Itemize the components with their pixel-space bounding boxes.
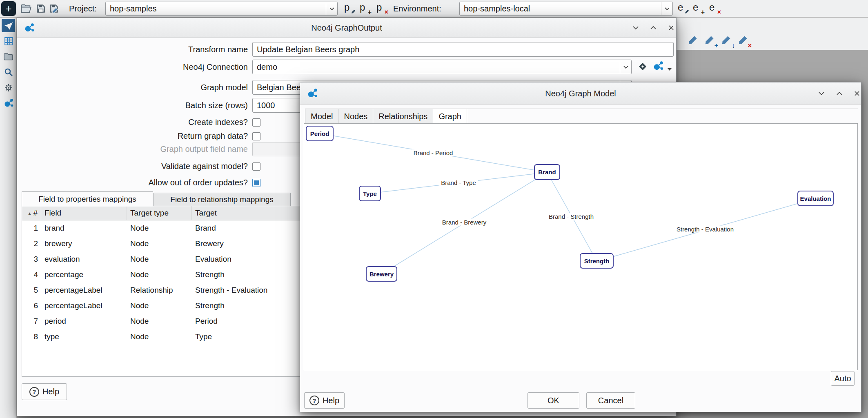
new-file-button[interactable]: + xyxy=(1,1,16,16)
tab-field-properties-mappings[interactable]: Field to properties mappings xyxy=(22,191,153,207)
graph-node-strength[interactable]: Strength xyxy=(580,253,614,269)
graph-node-type[interactable]: Type xyxy=(359,186,381,201)
cancel-button[interactable]: Cancel xyxy=(586,392,635,409)
chevron-down-icon[interactable] xyxy=(661,2,672,15)
maximize-button[interactable] xyxy=(648,22,659,33)
maximize-button[interactable] xyxy=(834,88,845,99)
perspectives-sidebar xyxy=(0,18,17,418)
neo4j-icon xyxy=(3,98,14,109)
table-cell: Node xyxy=(127,329,192,345)
pencil-icon xyxy=(687,35,698,46)
help-button[interactable]: ? Help xyxy=(304,392,345,409)
table-cell: 3 xyxy=(22,251,41,267)
graph-node-brand[interactable]: Brand xyxy=(534,164,560,180)
chevron-down-icon[interactable] xyxy=(620,60,631,74)
environment-edit-button[interactable]: e xyxy=(677,2,689,15)
minimize-button[interactable] xyxy=(816,88,827,99)
plus-icon: + xyxy=(701,9,705,16)
neo4j-graph-model-dialog: Neo4j Graph Model Model Nodes Relationsh… xyxy=(300,82,861,412)
sidebar-item-search[interactable] xyxy=(2,65,15,79)
edge-label-brand-period: Brand - Period xyxy=(412,149,455,156)
auto-layout-button[interactable]: Auto xyxy=(831,371,855,386)
project-edit-button[interactable]: p xyxy=(343,2,355,15)
column-header-target-type[interactable]: Target type xyxy=(127,206,192,220)
column-header-field[interactable]: Field xyxy=(41,206,127,220)
tab-field-relationship-mappings[interactable]: Field to relationship mappings xyxy=(153,193,291,206)
graph-output-field-label: Graph output field name xyxy=(19,142,248,156)
ok-button[interactable]: OK xyxy=(527,392,579,409)
save-icon xyxy=(36,3,46,14)
save-as-button[interactable] xyxy=(49,3,60,14)
edge-label-brand-strength: Brand - Strength xyxy=(547,213,595,220)
create-indexes-checkbox[interactable] xyxy=(252,118,260,127)
connection-combo[interactable]: demo xyxy=(252,60,632,74)
table-cell: Relationship xyxy=(127,282,192,298)
folder-icon xyxy=(3,51,13,62)
graph-canvas[interactable]: Brand - Period Brand - Type Brand - Brew… xyxy=(304,123,858,370)
dialog-title: Neo4j GraphOutput xyxy=(17,18,676,38)
close-button[interactable] xyxy=(851,88,863,99)
tab-model[interactable]: Model xyxy=(305,109,338,124)
sidebar-item-data-orchestration[interactable] xyxy=(2,19,15,32)
sidebar-item-neo4j[interactable] xyxy=(2,96,15,110)
neo4j-icon xyxy=(652,60,664,72)
edit-add-button[interactable]: + xyxy=(703,35,717,48)
transform-name-input[interactable]: Update Belgian Beers graph xyxy=(252,42,674,57)
graph-node-evaluation[interactable]: Evaluation xyxy=(797,191,834,206)
connection-label: Neo4j Connection xyxy=(19,60,248,74)
edit-button[interactable] xyxy=(687,35,700,48)
environment-delete-button[interactable]: e × xyxy=(708,2,720,15)
out-of-order-checkbox[interactable] xyxy=(252,179,260,187)
grid-icon xyxy=(4,36,13,46)
out-of-order-label: Allow out of order updates? xyxy=(19,176,248,189)
project-delete-button[interactable]: p × xyxy=(375,2,387,15)
plus-icon: + xyxy=(5,2,11,15)
table-cell: 1 xyxy=(22,220,41,236)
chevron-down-icon[interactable] xyxy=(326,2,337,15)
arrow-down-icon: ↓ xyxy=(732,42,735,49)
caret-down-icon[interactable] xyxy=(667,65,672,73)
table-cell: percentageLabel xyxy=(41,298,127,314)
help-icon: ? xyxy=(309,396,319,405)
sidebar-item-metadata[interactable] xyxy=(2,34,15,48)
edit-download-button[interactable]: ↓ xyxy=(720,35,733,48)
table-cell: Node xyxy=(127,251,192,267)
minimize-button[interactable] xyxy=(630,22,641,33)
table-cell: Node xyxy=(127,298,192,314)
metadata-diamond-icon[interactable] xyxy=(637,61,648,74)
close-button[interactable] xyxy=(665,22,677,33)
graph-edges xyxy=(304,124,858,371)
graph-node-period[interactable]: Period xyxy=(306,126,334,141)
sort-asc-icon: ▲ xyxy=(28,211,32,216)
project-combo[interactable]: hop-samples xyxy=(105,2,338,16)
table-cell: type xyxy=(41,329,127,345)
table-cell: percentage xyxy=(41,267,127,282)
graph-model-label: Graph model xyxy=(19,80,248,95)
dialog-titlebar[interactable]: Neo4j Graph Model xyxy=(300,82,861,104)
tab-nodes[interactable]: Nodes xyxy=(338,109,373,124)
save-button[interactable] xyxy=(35,3,47,14)
tab-graph[interactable]: Graph xyxy=(433,109,467,124)
dialog-titlebar[interactable]: Neo4j GraphOutput xyxy=(17,18,676,38)
edit-delete-button[interactable]: × xyxy=(737,35,750,48)
neo4j-connection-button[interactable] xyxy=(652,60,664,73)
column-header-num[interactable]: ▲# xyxy=(22,206,41,220)
table-cell: brewery xyxy=(41,236,127,251)
return-graph-data-checkbox[interactable] xyxy=(252,132,260,140)
sidebar-item-file-explorer[interactable] xyxy=(2,50,15,63)
help-button[interactable]: ? Help xyxy=(22,383,67,400)
main-toolbar: + Project: hop-samples p p + p × Environ… xyxy=(0,0,868,17)
open-file-button[interactable] xyxy=(20,3,32,14)
environment-add-button[interactable]: e + xyxy=(692,2,704,15)
pencil-icon xyxy=(684,9,690,16)
sidebar-item-configuration[interactable] xyxy=(2,81,15,94)
graph-node-brewery[interactable]: Brewery xyxy=(366,266,397,282)
tab-relationships[interactable]: Relationships xyxy=(373,109,433,124)
table-cell: Node xyxy=(127,314,192,329)
table-cell: 6 xyxy=(22,298,41,314)
validate-model-checkbox[interactable] xyxy=(252,162,260,171)
environment-combo[interactable]: hop-samples-local xyxy=(459,2,673,16)
pencil-icon xyxy=(703,35,715,46)
project-add-button[interactable]: p + xyxy=(358,2,371,15)
table-cell: evaluation xyxy=(41,251,127,267)
